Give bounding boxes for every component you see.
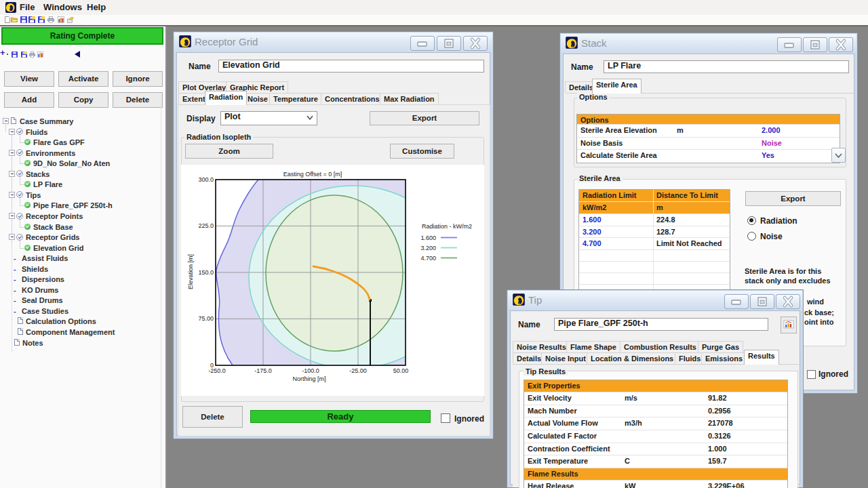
svg-text:Easting Offset = 0 [m]: Easting Offset = 0 [m] xyxy=(283,171,342,178)
svg-text:150.0: 150.0 xyxy=(198,269,214,276)
svg-text:Radiation - kW/m2: Radiation - kW/m2 xyxy=(422,223,472,230)
svg-text:3.200: 3.200 xyxy=(420,245,436,251)
svg-text:75.00: 75.00 xyxy=(198,315,214,322)
svg-text:50.00: 50.00 xyxy=(393,367,409,374)
svg-text:-25.00: -25.00 xyxy=(349,367,367,374)
svg-text:1.600: 1.600 xyxy=(420,235,436,241)
svg-text:Northing [m]: Northing [m] xyxy=(292,375,326,382)
svg-text:-100.0: -100.0 xyxy=(302,367,319,374)
svg-text:225.0: 225.0 xyxy=(198,222,214,229)
svg-text:-175.0: -175.0 xyxy=(254,367,272,374)
svg-text:4.700: 4.700 xyxy=(420,255,436,262)
svg-text:-250.0: -250.0 xyxy=(208,367,226,374)
svg-text:Elevation [m]: Elevation [m] xyxy=(187,254,194,289)
svg-text:300.0: 300.0 xyxy=(198,176,214,183)
